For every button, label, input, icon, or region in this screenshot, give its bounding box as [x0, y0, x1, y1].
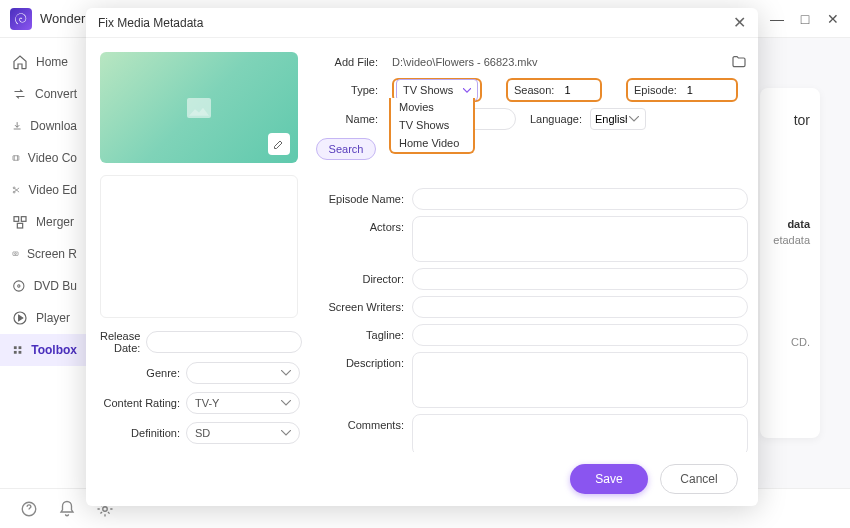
pencil-icon [273, 138, 285, 150]
svg-rect-4 [21, 217, 26, 222]
name-label: Name: [316, 113, 384, 125]
play-icon [12, 310, 28, 326]
grid-icon [12, 342, 23, 358]
home-icon [12, 54, 28, 70]
file-path: D:\video\Flowers - 66823.mkv [384, 52, 726, 72]
bg-text: tor [770, 112, 810, 128]
sidebar-item-home[interactable]: Home [0, 46, 89, 78]
media-thumbnail [100, 52, 298, 163]
svg-point-9 [18, 285, 20, 287]
maximize-button[interactable]: □ [798, 12, 812, 26]
screen-writers-input[interactable] [412, 296, 748, 318]
left-column: Release Date: Genre: Content Rating: TV-… [100, 52, 300, 452]
sidebar-item-label: DVD Bu [34, 279, 77, 293]
sidebar-item-screen-rec[interactable]: Screen R [0, 238, 89, 270]
compress-icon [12, 150, 20, 166]
release-date-label: Release Date: [100, 330, 146, 354]
language-select[interactable]: English [590, 108, 646, 130]
type-label: Type: [316, 84, 384, 96]
episode-name-input[interactable] [412, 188, 748, 210]
definition-select[interactable]: SD [186, 422, 300, 444]
language-label: Language: [524, 113, 582, 125]
edit-thumbnail-button[interactable] [268, 133, 290, 155]
svg-rect-6 [13, 252, 18, 255]
modal-body: Release Date: Genre: Content Rating: TV-… [86, 38, 758, 452]
release-date-input[interactable] [146, 331, 302, 353]
type-season-episode-row: Type: TV Shows Season: Episode: [316, 78, 748, 102]
logo-swirl-icon [14, 12, 28, 26]
comments-input[interactable] [412, 414, 748, 452]
svg-rect-13 [14, 351, 17, 354]
sidebar-item-label: Toolbox [31, 343, 77, 357]
director-input[interactable] [412, 268, 748, 290]
type-value: TV Shows [403, 84, 453, 96]
sidebar-item-label: Convert [35, 87, 77, 101]
actors-label: Actors: [316, 216, 412, 238]
download-icon [12, 118, 22, 134]
content-rating-select[interactable]: TV-Y [186, 392, 300, 414]
sidebar-item-label: Screen R [27, 247, 77, 261]
app-name: Wonder [40, 11, 85, 26]
sidebar-item-label: Video Ed [29, 183, 78, 197]
background-card: tor data etadata CD. [760, 88, 820, 438]
sidebar-item-video-edit[interactable]: Video Ed [0, 174, 89, 206]
description-label: Description: [316, 352, 412, 374]
bg-text: CD. [770, 336, 810, 348]
sidebar: Home Convert Downloa Video Co Video Ed M… [0, 38, 90, 488]
season-input[interactable] [560, 80, 608, 100]
modal-title: Fix Media Metadata [98, 16, 203, 30]
type-dropdown: Movies TV Shows Home Video [389, 98, 475, 154]
right-column: Add File: D:\video\Flowers - 66823.mkv T… [316, 52, 748, 452]
app-logo [10, 8, 32, 30]
sidebar-item-label: Downloa [30, 119, 77, 133]
type-option-movies[interactable]: Movies [391, 98, 473, 116]
director-label: Director: [316, 268, 412, 290]
episode-label: Episode: [628, 84, 683, 96]
svg-rect-14 [19, 351, 22, 354]
sidebar-item-player[interactable]: Player [0, 302, 89, 334]
modal-close-button[interactable]: ✕ [733, 13, 746, 32]
name-language-row: Name: Language: English [316, 108, 748, 130]
save-button[interactable]: Save [570, 464, 648, 494]
svg-rect-5 [17, 223, 22, 228]
chevron-down-icon [463, 88, 471, 93]
type-option-tvshows[interactable]: TV Shows [391, 116, 473, 134]
sidebar-item-dvd[interactable]: DVD Bu [0, 270, 89, 302]
sidebar-item-label: Video Co [28, 151, 77, 165]
bell-icon[interactable] [58, 500, 76, 518]
svg-rect-11 [14, 346, 17, 349]
search-row: Search [316, 138, 748, 160]
search-button[interactable]: Search [316, 138, 376, 160]
sidebar-item-toolbox[interactable]: Toolbox [0, 334, 89, 366]
tagline-input[interactable] [412, 324, 748, 346]
screen-writers-label: Screen Writers: [316, 296, 412, 318]
folder-icon[interactable] [730, 54, 748, 70]
sidebar-item-label: Player [36, 311, 70, 325]
scissors-icon [12, 182, 21, 198]
type-option-homevideo[interactable]: Home Video [391, 134, 473, 152]
svg-rect-12 [19, 346, 22, 349]
sidebar-item-video-compress[interactable]: Video Co [0, 142, 89, 174]
cancel-button[interactable]: Cancel [660, 464, 738, 494]
sidebar-item-download[interactable]: Downloa [0, 110, 89, 142]
convert-icon [12, 86, 27, 102]
modal-footer: Save Cancel [86, 452, 758, 506]
season-box: Season: [506, 78, 602, 102]
merge-icon [12, 214, 28, 230]
close-window-button[interactable]: ✕ [826, 12, 840, 26]
window-controls: — □ ✕ [770, 12, 840, 26]
actors-input[interactable] [412, 216, 748, 262]
genre-select[interactable] [186, 362, 300, 384]
modal-header: Fix Media Metadata ✕ [86, 8, 758, 38]
add-file-row: Add File: D:\video\Flowers - 66823.mkv [316, 52, 748, 72]
sidebar-item-convert[interactable]: Convert [0, 78, 89, 110]
episode-input[interactable] [683, 80, 731, 100]
svg-rect-3 [14, 217, 19, 222]
add-file-label: Add File: [316, 56, 384, 68]
minimize-button[interactable]: — [770, 12, 784, 26]
season-label: Season: [508, 84, 560, 96]
record-icon [12, 246, 19, 262]
help-icon[interactable] [20, 500, 38, 518]
sidebar-item-merger[interactable]: Merger [0, 206, 89, 238]
description-input[interactable] [412, 352, 748, 408]
